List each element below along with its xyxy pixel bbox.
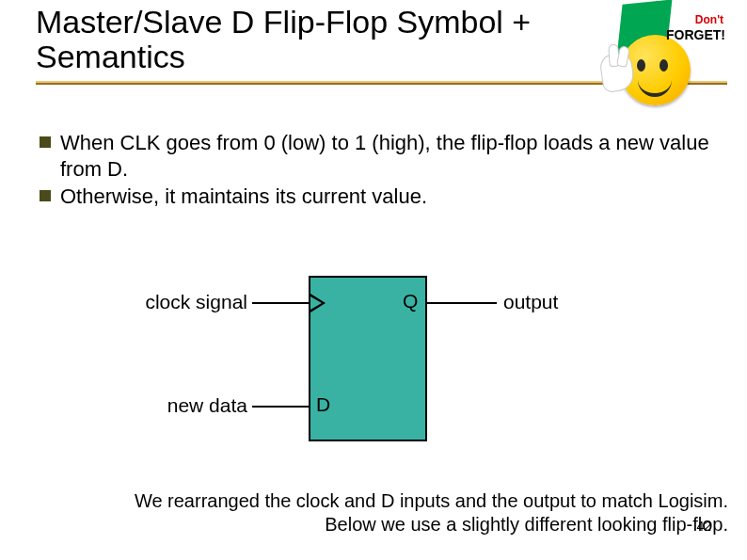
bullet-text: Otherwise, it maintains its current valu…: [60, 184, 427, 210]
new-data-label: new data: [113, 394, 247, 417]
bullet-list: When CLK goes from 0 (low) to 1 (high), …: [40, 130, 717, 212]
sticker-text-forget: FORGET!: [666, 27, 725, 42]
wire-output: [423, 302, 497, 304]
wire-data: [252, 406, 309, 408]
slide-title-block: Master/Slave D Flip-Flop Symbol + Semant…: [36, 5, 647, 75]
bullet-item: When CLK goes from 0 (low) to 1 (high), …: [40, 130, 717, 182]
pin-q-label: Q: [403, 290, 418, 312]
dont-forget-sticker: Don't FORGET!: [582, 2, 723, 110]
bullet-text: When CLK goes from 0 (low) to 1 (high), …: [60, 130, 717, 182]
pin-d-label: D: [316, 393, 330, 416]
output-label: output: [503, 291, 558, 313]
bullet-item: Otherwise, it maintains its current valu…: [40, 184, 717, 210]
flipflop-diagram: clock signal new data output Q D: [113, 259, 640, 456]
crossed-fingers-icon: [601, 54, 637, 99]
wire-clock: [252, 302, 309, 304]
bullet-icon: [40, 190, 51, 201]
clock-signal-label: clock signal: [113, 291, 247, 313]
page-number: 42: [696, 519, 711, 534]
footer-note: We rearranged the clock and D inputs and…: [56, 489, 728, 536]
bullet-icon: [40, 136, 51, 148]
footer-note-line1: We rearranged the clock and D inputs and…: [135, 490, 728, 511]
footer-note-line2: Below we use a slightly different lookin…: [325, 514, 728, 535]
clock-edge-triangle-icon: [310, 294, 326, 312]
slide-title: Master/Slave D Flip-Flop Symbol + Semant…: [36, 5, 647, 75]
sticker-text-dont: Don't: [695, 13, 723, 26]
